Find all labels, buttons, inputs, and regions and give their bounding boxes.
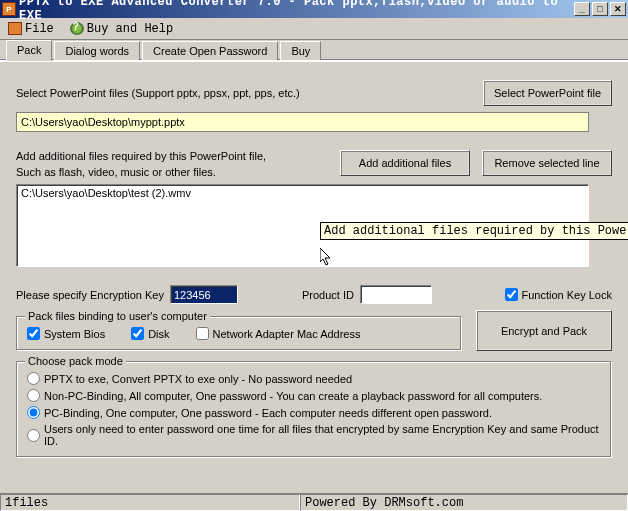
encryption-key-input[interactable] [170, 285, 238, 304]
app-icon: P [2, 2, 16, 16]
tab-buy[interactable]: Buy [280, 41, 321, 60]
encrypt-and-pack-button[interactable]: Encrypt and Pack [476, 310, 612, 351]
minimize-button[interactable]: _ [574, 2, 590, 16]
additional-label-1: Add additional files required by this Po… [16, 150, 266, 162]
binding-fieldset: Pack files binding to user's computer Sy… [16, 316, 462, 351]
tooltip: Add additional files required by this Po… [320, 222, 628, 240]
menu-file[interactable]: File [4, 21, 58, 37]
tab-pack[interactable]: Pack [6, 40, 52, 61]
product-id-label: Product ID [302, 289, 354, 301]
menu-buyhelp-label: Buy and Help [87, 22, 173, 36]
pack-mode-fieldset: Choose pack mode PPTX to exe, Convert PP… [16, 361, 612, 458]
function-key-lock-checkbox[interactable]: Function Key Lock [505, 288, 613, 301]
mode-pc-binding[interactable]: PC-Binding, One computer, One password -… [27, 406, 601, 419]
file-icon [8, 22, 22, 35]
select-powerpoint-button[interactable]: Select PowerPoint file [483, 80, 612, 106]
menu-buy-help[interactable]: Buy and Help [66, 21, 177, 37]
encryption-key-label: Please specify Encryption Key [16, 289, 164, 301]
mode-pptx-to-exe[interactable]: PPTX to exe, Convert PPTX to exe only - … [27, 372, 601, 385]
maximize-button[interactable]: □ [592, 2, 608, 16]
function-key-lock-input[interactable] [505, 288, 518, 301]
add-additional-files-button[interactable]: Add additional files [340, 150, 470, 176]
menu-file-label: File [25, 22, 54, 36]
pack-mode-legend: Choose pack mode [25, 355, 126, 367]
help-icon [70, 22, 84, 35]
tab-dialog-words[interactable]: Dialog words [54, 41, 140, 60]
system-bios-checkbox[interactable]: System Bios [27, 327, 105, 340]
tab-create-open-password[interactable]: Create Open Password [142, 41, 278, 60]
list-item[interactable]: C:\Users\yao\Desktop\test (2).wmv [21, 187, 584, 199]
close-button[interactable]: ✕ [610, 2, 626, 16]
binding-legend: Pack files binding to user's computer [25, 310, 210, 322]
mode-non-pc-binding[interactable]: Non-PC-Binding, All computer, One passwo… [27, 389, 601, 402]
statusbar: 1files Powered By DRMsoft.com [0, 493, 628, 511]
status-left: 1files [0, 494, 300, 511]
titlebar: P PPTX to EXE Advanced Converter 7.0 - P… [0, 0, 628, 18]
mode-one-time-password[interactable]: Users only need to enter password one ti… [27, 423, 601, 447]
disk-checkbox[interactable]: Disk [131, 327, 169, 340]
status-right: Powered By DRMsoft.com [300, 494, 628, 511]
additional-label-2: Such as flash, video, music or other fil… [16, 166, 266, 178]
network-mac-checkbox[interactable]: Network Adapter Mac Address [196, 327, 361, 340]
tab-content: Select PowerPoint files (Support pptx, p… [0, 62, 628, 464]
tabstrip: Pack Dialog words Create Open Password B… [0, 40, 628, 62]
select-ppt-label: Select PowerPoint files (Support pptx, p… [16, 87, 300, 99]
product-id-input[interactable] [360, 285, 432, 304]
ppt-path-display: C:\Users\yao\Desktop\myppt.pptx [16, 112, 589, 132]
remove-selected-line-button[interactable]: Remove selected line [482, 150, 612, 176]
